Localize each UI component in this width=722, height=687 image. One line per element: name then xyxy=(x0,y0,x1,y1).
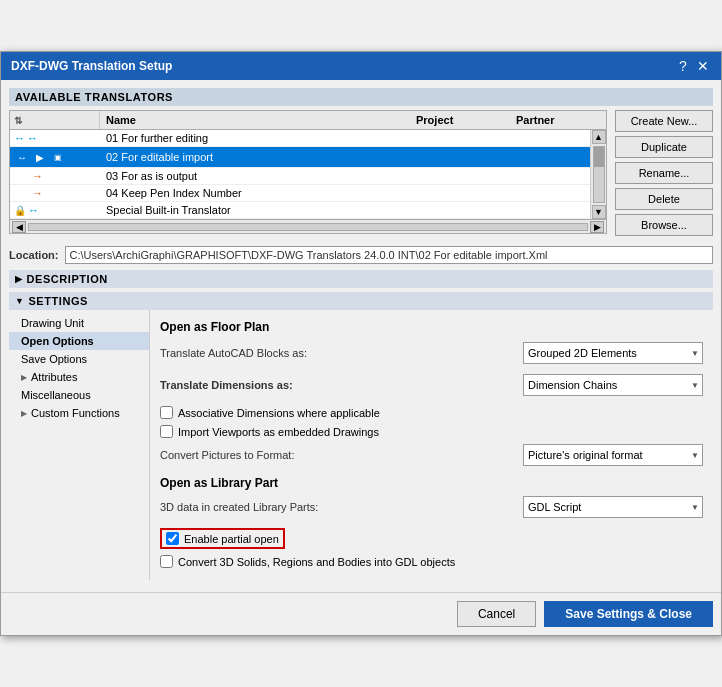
gdl-label: 3D data in created Library Parts: xyxy=(160,501,523,513)
arrow-right-icon: → xyxy=(32,170,43,182)
translate-dimensions-dropdown[interactable]: Dimension Chains Lines and Text GDL Scri… xyxy=(523,374,703,396)
horizontal-scrollbar[interactable]: ◀ ▶ xyxy=(10,219,606,233)
enable-partial-open-checkbox[interactable] xyxy=(166,532,179,545)
nav-open-options[interactable]: Open Options xyxy=(9,332,149,350)
save-close-button[interactable]: Save Settings & Close xyxy=(544,601,713,627)
create-new-button[interactable]: Create New... xyxy=(615,110,713,132)
nav-miscellaneous-label: Miscellaneous xyxy=(21,389,91,401)
description-header[interactable]: ▶ DESCRIPTION xyxy=(9,270,713,288)
translate-dimensions-dropdown-wrapper[interactable]: Dimension Chains Lines and Text GDL Scri… xyxy=(523,374,703,396)
sort-icon: ⇅ xyxy=(14,115,22,126)
table-row[interactable]: → 04 Keep Pen Index Number xyxy=(10,185,590,202)
translators-header: AVAILABLE TRANSLATORS xyxy=(9,88,713,106)
gdl-row: 3D data in created Library Parts: GDL Sc… xyxy=(160,496,703,518)
translator-action-buttons: Create New... Duplicate Rename... Delete… xyxy=(615,110,713,240)
translate-dimensions-row: Translate Dimensions as: Dimension Chain… xyxy=(160,374,703,396)
gdl-dropdown-wrapper[interactable]: GDL Script None Binary xyxy=(523,496,703,518)
convert-pictures-row: Convert Pictures to Format: Picture's or… xyxy=(160,444,703,466)
enable-partial-open-container: Enable partial open xyxy=(160,528,703,549)
row-icons: ↔ ↔ xyxy=(10,130,100,146)
scroll-up-btn[interactable]: ▲ xyxy=(592,130,606,144)
row-name: Special Built-in Translator xyxy=(100,202,410,218)
row-partner xyxy=(510,136,590,140)
scroll-track[interactable] xyxy=(593,146,605,203)
browse-button[interactable]: Browse... xyxy=(615,214,713,236)
settings-title: SETTINGS xyxy=(28,295,87,307)
description-section: ▶ DESCRIPTION xyxy=(9,270,713,288)
col-name-header[interactable]: Name xyxy=(100,111,410,129)
nav-custom-functions[interactable]: ▶ Custom Functions xyxy=(9,404,149,422)
settings-expand-icon: ▼ xyxy=(15,296,24,306)
table-row[interactable]: → 03 For as is output xyxy=(10,168,590,185)
row-icons: ↔ ▶ ▣ xyxy=(10,147,100,167)
import-viewports-label: Import Viewports as embedded Drawings xyxy=(178,426,379,438)
convert-solids-checkbox[interactable] xyxy=(160,555,173,568)
scroll-down-btn[interactable]: ▼ xyxy=(592,205,606,219)
nav-open-options-label: Open Options xyxy=(21,335,94,347)
enable-partial-open-label: Enable partial open xyxy=(184,533,279,545)
row-partner xyxy=(510,191,590,195)
assoc-dimensions-row: Associative Dimensions where applicable xyxy=(160,406,703,419)
gdl-dropdown[interactable]: GDL Script None Binary xyxy=(523,496,703,518)
table-row[interactable]: ↔ ↔ 01 For further editing xyxy=(10,130,590,147)
window-body: AVAILABLE TRANSLATORS ⇅ Name Project Par… xyxy=(1,80,721,592)
cancel-button[interactable]: Cancel xyxy=(457,601,536,627)
settings-header[interactable]: ▼ SETTINGS xyxy=(9,292,713,310)
vertical-scrollbar[interactable]: ▲ ▼ xyxy=(590,130,606,219)
nav-drawing-unit[interactable]: Drawing Unit xyxy=(9,314,149,332)
row-name: 03 For as is output xyxy=(100,168,410,184)
help-button[interactable]: ? xyxy=(675,58,691,74)
translate-blocks-row: Translate AutoCAD Blocks as: Grouped 2D … xyxy=(160,342,703,364)
nav-miscellaneous[interactable]: Miscellaneous xyxy=(9,386,149,404)
h-scroll-right-btn[interactable]: ▶ xyxy=(590,221,604,233)
col-project-header[interactable]: Project xyxy=(410,111,510,129)
main-window: DXF-DWG Translation Setup ? ✕ AVAILABLE … xyxy=(0,51,722,636)
table-row[interactable]: ↔ ▶ ▣ 02 For editable import xyxy=(10,147,590,168)
assoc-dimensions-label: Associative Dimensions where applicable xyxy=(178,407,380,419)
import-viewports-checkbox[interactable] xyxy=(160,425,173,438)
table-row[interactable]: 🔒 ↔ Special Built-in Translator xyxy=(10,202,590,219)
table-scroll-area: ↔ ↔ 01 For further editing ↔ ▶ xyxy=(10,130,606,219)
settings-content: Drawing Unit Open Options Save Options ▶… xyxy=(9,310,713,580)
row-icons: 🔒 ↔ xyxy=(10,202,100,218)
row-partner xyxy=(510,174,590,178)
library-part-title: Open as Library Part xyxy=(160,476,703,490)
delete-button[interactable]: Delete xyxy=(615,188,713,210)
row-project xyxy=(410,155,510,159)
col-icons-header: ⇅ xyxy=(10,111,100,129)
convert-solids-label: Convert 3D Solids, Regions and Bodies in… xyxy=(178,556,455,568)
h-scroll-left-btn[interactable]: ◀ xyxy=(12,221,26,233)
doc-icon: ▣ xyxy=(50,149,66,165)
arrow-both-icon: ↔ xyxy=(28,204,39,216)
arrow-both-icon: ↔ xyxy=(14,149,30,165)
row-project xyxy=(410,136,510,140)
translate-dimensions-label: Translate Dimensions as: xyxy=(160,379,523,391)
lock-icon: 🔒 xyxy=(14,205,26,216)
location-bar: Location: C:\Users\ArchiGraphi\GRAPHISOF… xyxy=(9,246,713,264)
row-icons: → xyxy=(10,185,100,201)
col-partner-header[interactable]: Partner xyxy=(510,111,590,129)
row-partner xyxy=(510,208,590,212)
row-partner xyxy=(510,155,590,159)
arrow-left-icon: ↔ xyxy=(14,132,25,144)
translate-blocks-dropdown-wrapper[interactable]: Grouped 2D Elements GDL Objects Drawing … xyxy=(523,342,703,364)
rename-button[interactable]: Rename... xyxy=(615,162,713,184)
assoc-dimensions-checkbox[interactable] xyxy=(160,406,173,419)
convert-pictures-dropdown-wrapper[interactable]: Picture's original format PNG JPEG BMP xyxy=(523,444,703,466)
h-scroll-track[interactable] xyxy=(28,223,588,231)
row-name: 01 For further editing xyxy=(100,130,410,146)
title-bar: DXF-DWG Translation Setup ? ✕ xyxy=(1,52,721,80)
translate-blocks-dropdown[interactable]: Grouped 2D Elements GDL Objects Drawing … xyxy=(523,342,703,364)
convert-pictures-dropdown[interactable]: Picture's original format PNG JPEG BMP xyxy=(523,444,703,466)
arrow-right-icon: → xyxy=(32,187,43,199)
window-title: DXF-DWG Translation Setup xyxy=(11,59,172,73)
nav-attributes[interactable]: ▶ Attributes xyxy=(9,368,149,386)
scroll-thumb[interactable] xyxy=(594,147,604,167)
nav-attributes-arrow: ▶ xyxy=(21,373,27,382)
nav-save-options[interactable]: Save Options xyxy=(9,350,149,368)
duplicate-button[interactable]: Duplicate xyxy=(615,136,713,158)
floor-plan-title: Open as Floor Plan xyxy=(160,320,703,334)
nav-attributes-label: Attributes xyxy=(31,371,77,383)
description-expand-icon: ▶ xyxy=(15,274,23,284)
close-button[interactable]: ✕ xyxy=(695,58,711,74)
